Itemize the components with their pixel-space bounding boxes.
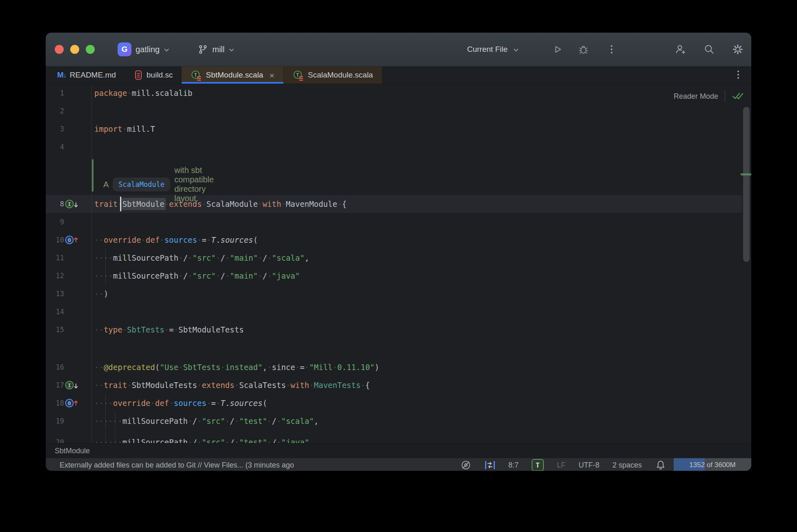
tab-list: M↓README.mdbuild.scTSbtModule.scala×TSca…: [48, 66, 382, 84]
tab-sbtmodule-scala[interactable]: TSbtModule.scala×: [182, 66, 283, 84]
tab-label: README.md: [70, 71, 116, 80]
settings-gear-icon[interactable]: [732, 43, 744, 55]
minimize-window-button[interactable]: [70, 45, 79, 54]
branch-name: mill: [212, 45, 225, 54]
code-line[interactable]: ··override·def·sources·=·T.sources(: [94, 231, 258, 249]
tab-options-menu[interactable]: [737, 71, 739, 79]
line-number: 12: [46, 267, 64, 285]
traffic-lights: [55, 33, 95, 66]
line-separator-widget[interactable]: LF: [557, 461, 565, 470]
project-name: gatling: [136, 45, 160, 54]
implementations-gutter-icon[interactable]: I: [65, 195, 80, 213]
editor-tab-bar: M↓README.mdbuild.scTSbtModule.scala×TSca…: [46, 66, 751, 84]
tab-readme-md[interactable]: M↓README.md: [48, 66, 125, 84]
search-everywhere-button[interactable]: [703, 43, 715, 55]
ide-window: G gatling mill: [46, 33, 751, 471]
line-number: 15: [46, 321, 64, 339]
implementations-gutter-icon[interactable]: I: [65, 376, 80, 394]
reader-mode-widget[interactable]: Reader Mode: [674, 91, 745, 102]
debug-button[interactable]: [577, 43, 590, 55]
code-line[interactable]: package·mill.scalalib: [94, 84, 192, 102]
line-number: 13: [46, 285, 64, 303]
line-number: 3: [46, 120, 64, 138]
project-widget[interactable]: G gatling: [118, 33, 169, 66]
code-line[interactable]: ····override·def·sources·=·T.sources(: [94, 394, 267, 412]
doc-text: A: [103, 180, 109, 189]
active-tab-underline: [182, 82, 283, 84]
code-line[interactable]: ··): [94, 285, 108, 303]
line-number: 19: [46, 412, 64, 430]
tab-label: ScalaModule.scala: [308, 71, 373, 80]
override-gutter-icon[interactable]: O: [65, 394, 80, 412]
line-number: 11: [46, 249, 64, 267]
type-aware-highlighting-widget[interactable]: T: [532, 459, 544, 471]
gutter: 12348I910O11121314151617I18O1920: [46, 84, 92, 443]
code-line[interactable]: ··@deprecated("Use·SbtTests·instead",·si…: [94, 358, 379, 376]
zoom-window-button[interactable]: [86, 45, 95, 54]
project-badge: G: [118, 42, 131, 56]
divider: [725, 91, 725, 102]
run-configuration-name: Current File: [467, 45, 508, 54]
code-line[interactable]: ··trait·SbtModuleTests·extends·ScalaTest…: [94, 376, 370, 394]
svg-text:O: O: [68, 237, 71, 243]
code-line[interactable]: ··type·SbtTests·=·SbtModuleTests: [94, 321, 244, 339]
breadcrumb-bar: SbtModule: [46, 443, 751, 458]
svg-text:T: T: [296, 72, 299, 78]
inspections-ok-icon[interactable]: [732, 91, 745, 102]
line-number: 18: [46, 394, 64, 412]
memory-indicator[interactable]: 1352 of 3600M: [674, 458, 751, 471]
tab-build-sc[interactable]: build.sc: [125, 66, 182, 84]
doc-comment-bar: [92, 159, 94, 192]
line-number: 10: [46, 231, 64, 249]
code-line[interactable]: import·mill.T: [94, 120, 155, 138]
code-line[interactable]: ······millSourcePath·/·"src"·/·"test"·/·…: [94, 433, 309, 443]
indent-widget[interactable]: 2 spaces: [612, 461, 642, 470]
editor[interactable]: 12348I910O11121314151617I18O1920 package…: [46, 84, 751, 443]
titlebar: G gatling mill: [46, 33, 751, 66]
encoding-widget[interactable]: UTF-8: [579, 461, 599, 470]
notifications-bell-icon[interactable]: [655, 459, 666, 471]
chevron-down-icon: [229, 48, 234, 52]
chevron-down-icon: [164, 48, 169, 52]
kebab-menu-icon: [737, 71, 739, 79]
doc-code-chip[interactable]: ScalaModule: [113, 177, 170, 191]
svg-text:I: I: [68, 382, 71, 388]
close-window-button[interactable]: [55, 45, 64, 54]
line-number: 16: [46, 358, 64, 376]
code-line[interactable]: ······millSourcePath·/·"src"·/·"test"·/·…: [94, 412, 318, 430]
tab-scalamodule-scala[interactable]: TScalaModule.scala: [283, 66, 382, 84]
sync-columns-icon[interactable]: [485, 459, 495, 471]
line-number: 9: [46, 213, 64, 231]
memory-label: 1352 of 3600M: [674, 458, 751, 471]
more-actions-menu[interactable]: [611, 33, 612, 66]
line-number: 17: [46, 376, 64, 394]
close-icon[interactable]: ×: [269, 71, 274, 80]
screenshot-root: G gatling mill: [0, 0, 797, 532]
vcs-branch-widget[interactable]: mill: [198, 33, 234, 66]
reader-mode-label: Reader Mode: [674, 92, 718, 101]
code-line[interactable]: trait·SbtModule·extends·ScalaModule·with…: [94, 195, 347, 213]
build-file-icon: [134, 70, 143, 80]
highlighting-off-icon[interactable]: [460, 459, 472, 471]
code-line[interactable]: ····millSourcePath·/·"src"·/·"main"·/·"j…: [94, 267, 300, 285]
run-configuration-selector[interactable]: Current File: [467, 33, 519, 66]
line-number: 14: [46, 303, 64, 321]
editor-scrollbar[interactable]: [743, 107, 750, 262]
chevron-down-icon: [513, 48, 519, 52]
line-number: 4: [46, 138, 64, 156]
line-number: 1: [46, 84, 64, 102]
caret-position-widget[interactable]: 8:7: [508, 461, 519, 470]
line-number: 2: [46, 102, 64, 120]
git-branch-icon: [198, 44, 208, 55]
override-gutter-icon[interactable]: O: [65, 231, 80, 249]
status-bar: Externally added files can be added to G…: [46, 458, 751, 471]
markdown-icon: M↓: [57, 71, 66, 80]
run-button[interactable]: [551, 43, 563, 55]
line-number: 20: [46, 433, 64, 443]
tab-label: SbtModule.scala: [206, 71, 263, 80]
code-line[interactable]: ····millSourcePath·/·"src"·/·"main"·/·"s…: [94, 249, 309, 267]
vcs-status-message[interactable]: Externally added files can be added to G…: [60, 458, 294, 471]
code-with-me-button[interactable]: [675, 43, 687, 55]
scala-trait-icon: T: [293, 69, 304, 81]
breadcrumb[interactable]: SbtModule: [55, 447, 90, 455]
